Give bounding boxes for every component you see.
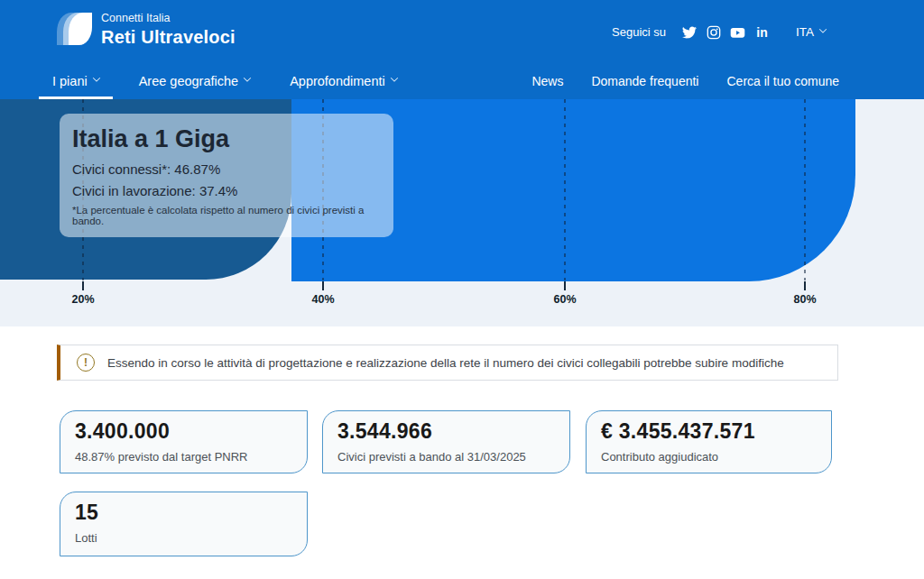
notice-text: Essendo in corso le attività di progetta… [107, 356, 784, 370]
stat-value: 15 [75, 501, 292, 525]
chevron-down-icon [390, 74, 397, 81]
stat-label: Contributo aggiudicato [601, 450, 817, 464]
stat-value: 3.544.966 [337, 419, 555, 444]
primary-nav: I piani Aree geografiche Approfondimenti [39, 71, 423, 99]
linkedin-icon[interactable]: in [754, 24, 770, 40]
stat-card-lotti: 15 Lotti [60, 492, 308, 556]
nav-link-domande-frequenti[interactable]: Domande frequenti [591, 74, 698, 88]
brand-text: Connetti Italia Reti Ultraveloci [101, 12, 236, 48]
nav-link-cerca-comune[interactable]: Cerca il tuo comune [726, 74, 839, 88]
warning-icon: ! [77, 354, 95, 372]
axis-label-80: 80% [793, 293, 816, 306]
axis-tick [564, 281, 566, 290]
axis-tick [322, 281, 324, 290]
hero-info-card: Italia a 1 Giga Civici connessi*: 46.87%… [60, 114, 393, 237]
chevron-down-icon [244, 74, 251, 81]
axis-tick [82, 281, 84, 290]
axis-tick [804, 281, 806, 290]
chevron-down-icon [92, 74, 99, 81]
chevron-down-icon [819, 25, 827, 32]
header-utilities: Seguici su in ITA [612, 24, 826, 40]
language-label: ITA [796, 25, 814, 39]
stat-card-civici-bando: 3.544.966 Civici previsti a bando al 31/… [322, 410, 570, 473]
civici-connessi-stat: Civici connessi*: 46.87% [72, 161, 381, 177]
civici-lavorazione-stat: Civici in lavorazione: 37.4% [72, 183, 381, 198]
axis-label-60: 60% [553, 293, 576, 306]
instagram-icon[interactable] [706, 24, 721, 40]
gridline-60 [564, 99, 566, 280]
secondary-nav: News Domande frequenti Cerca il tuo comu… [531, 74, 839, 88]
nav-item-aree-geografiche[interactable]: Aree geografiche [125, 71, 263, 99]
gridline-80 [804, 99, 806, 280]
axis-label-20: 20% [71, 293, 94, 306]
language-selector[interactable]: ITA [796, 25, 826, 39]
stat-value: € 3.455.437.571 [601, 419, 817, 444]
stat-value: 3.400.000 [75, 419, 292, 444]
stat-label: 48.87% previsto dal target PNRR [75, 450, 292, 464]
nav-item-approfondimenti[interactable]: Approfondimenti [276, 71, 411, 99]
hero-footnote: *La percentuale è calcolata rispetto al … [72, 205, 381, 226]
nav-item-i-piani[interactable]: I piani [39, 71, 113, 99]
brand-supertitle: Connetti Italia [101, 12, 236, 24]
logo-petal [69, 13, 92, 45]
site-header: Connetti Italia Reti Ultraveloci Seguici… [0, 0, 924, 99]
hero-progress-section: 20% 40% 60% 80% Italia a 1 Giga Civici c… [0, 99, 924, 326]
follow-label: Seguici su [612, 25, 666, 39]
stat-label: Civici previsti a bando al 31/03/2025 [337, 450, 555, 464]
youtube-icon[interactable] [730, 24, 745, 40]
stat-label: Lotti [75, 531, 292, 545]
stat-card-target-pnrr: 3.400.000 48.87% previsto dal target PNR… [60, 410, 308, 473]
stat-card-contributo: € 3.455.437.571 Contributo aggiudicato [586, 410, 832, 473]
axis-label-40: 40% [311, 293, 334, 306]
nav-link-news[interactable]: News [531, 74, 563, 88]
brand-title: Reti Ultraveloci [101, 27, 236, 48]
hero-title: Italia a 1 Giga [72, 125, 381, 153]
logo-icon[interactable] [57, 11, 93, 47]
notice-banner: ! Essendo in corso le attività di proget… [57, 345, 838, 381]
page: Connetti Italia Reti Ultraveloci Seguici… [0, 0, 924, 579]
twitter-icon[interactable] [681, 24, 697, 40]
